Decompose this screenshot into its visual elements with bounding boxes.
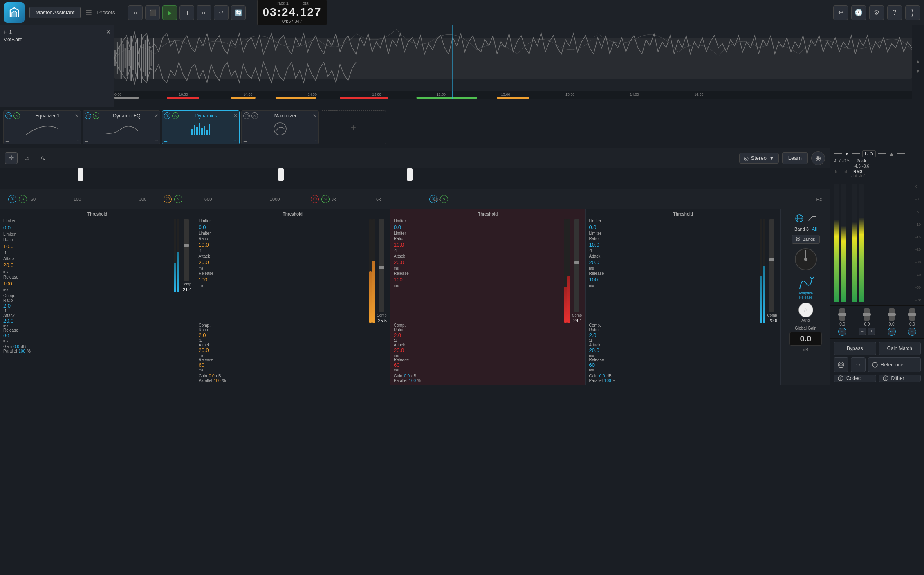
band1-comp-fader[interactable]: [184, 219, 189, 281]
band-all-label[interactable]: All: [812, 227, 817, 231]
band3-comp-fader[interactable]: [574, 219, 579, 312]
bypass-button[interactable]: Bypass: [834, 342, 876, 355]
skip-button[interactable]: ⏭: [197, 5, 211, 20]
stop-button[interactable]: ⬛: [145, 5, 160, 20]
plugin-eq-close[interactable]: ✕: [75, 113, 79, 119]
history-button[interactable]: 🕐: [851, 5, 866, 20]
plugin-max-close[interactable]: ✕: [313, 113, 317, 119]
plugin-max-dots-icon[interactable]: ···: [314, 138, 317, 142]
band4-comp-thumb[interactable]: [769, 258, 774, 261]
track-nav-up[interactable]: ▲: [915, 58, 920, 64]
band1-comp-thumb[interactable]: [184, 244, 189, 247]
plugin-eq-menu-icon[interactable]: ☰: [5, 138, 9, 142]
plugin-slot-dynamics[interactable]: ⓘ S Dynamics ✕ ☰ ···: [162, 110, 240, 144]
band1-power[interactable]: ⓘ: [8, 195, 16, 203]
svg-rect-27: [340, 97, 388, 99]
plugin-deq-menu-icon[interactable]: ☰: [85, 138, 88, 142]
reference-button[interactable]: i Reference: [868, 357, 921, 372]
dither-button[interactable]: i Dither: [879, 375, 921, 382]
reference-icon-btn[interactable]: [834, 357, 848, 372]
band1-limiter-label: Limiter: [3, 219, 172, 223]
plugin-slot-maximizer[interactable]: ⓘ S Maximizer ✕ ☰ ···: [241, 110, 319, 144]
reference-arrow-btn[interactable]: ↔: [851, 357, 866, 372]
band2-comp-fader[interactable]: [379, 219, 384, 312]
loop-button[interactable]: ↩: [214, 5, 229, 20]
fader-in-right-slider[interactable]: [864, 308, 870, 321]
plugin-dyn-close[interactable]: ✕: [233, 113, 238, 119]
band2-power[interactable]: ⓘ: [164, 195, 172, 203]
plugin-deq-dots-icon[interactable]: ···: [155, 138, 158, 142]
band1-comp-ratio-value: 2.0: [3, 303, 192, 309]
headphones-button[interactable]: ◉: [811, 151, 825, 165]
track-add-button[interactable]: +: [3, 29, 7, 35]
plugin-dyn-dots-icon[interactable]: ···: [234, 138, 238, 142]
global-gain-knob[interactable]: [794, 247, 818, 272]
codec-button[interactable]: i Codec: [834, 375, 876, 382]
fader-out-left-link[interactable]: ↩: [888, 328, 896, 336]
track-close-button[interactable]: ✕: [106, 29, 111, 35]
plugin-dyn-solo[interactable]: S: [172, 112, 179, 119]
band3-solo[interactable]: S: [321, 195, 330, 203]
plugin-dyn-power[interactable]: ⓘ: [164, 112, 170, 119]
svg-rect-6: [125, 48, 126, 68]
plugin-add-slot[interactable]: +: [321, 110, 386, 144]
svg-text:14:30: 14:30: [694, 92, 703, 97]
plugin-deq-viz: [105, 121, 138, 137]
prev-button[interactable]: ⏮: [128, 5, 143, 20]
stereo-selector[interactable]: ◎ Stereo ▼: [739, 153, 779, 164]
track-nav-down[interactable]: ▼: [915, 68, 920, 74]
plugin-deq-power[interactable]: ⓘ: [85, 112, 91, 119]
fader-out-right-slider[interactable]: [909, 308, 915, 321]
tool-filter[interactable]: ⊿: [21, 152, 34, 164]
band3-comp-thumb[interactable]: [574, 261, 579, 264]
freq-label-6k: 6k: [376, 197, 381, 202]
plugin-max-menu-icon[interactable]: ☰: [243, 138, 247, 142]
band3-power[interactable]: ⓘ: [311, 195, 319, 203]
band4-comp-fader[interactable]: [769, 219, 774, 312]
play-button[interactable]: ▶: [162, 5, 177, 20]
band-handle-2[interactable]: [278, 168, 284, 181]
tool-crosshair[interactable]: ✛: [5, 152, 18, 164]
meter-line-left: [834, 153, 842, 154]
auto-button[interactable]: A: [798, 303, 813, 317]
band2-solo[interactable]: S: [174, 195, 182, 203]
plugin-eq-dots-icon[interactable]: ···: [76, 138, 79, 142]
fader-row: 0.0 ↩ 0.0 − +: [834, 308, 921, 336]
band2-comp-thumb[interactable]: [379, 266, 384, 269]
band1-comp-label: Comp: [182, 282, 191, 286]
undo-button[interactable]: ↩: [833, 5, 848, 20]
bands-container: Threshold Limiter 0.0 Limiter Ratio 10.0…: [0, 209, 830, 385]
cycle-button[interactable]: 🔄: [231, 5, 246, 20]
bands-button[interactable]: ⛓ Bands: [792, 235, 819, 244]
plugin-slot-equalizer[interactable]: ⓘ S Equalizer 1 ✕ ☰ ···: [3, 110, 81, 144]
menu-icon[interactable]: ☰: [85, 8, 92, 17]
fader-in-left-link[interactable]: ↩: [838, 328, 846, 336]
fader-out-right-link[interactable]: ↩: [908, 328, 916, 336]
extra-button[interactable]: ⟩: [905, 5, 920, 20]
plus-button[interactable]: +: [868, 328, 875, 335]
band-handle-1[interactable]: [78, 168, 83, 181]
plugin-dyn-menu-icon[interactable]: ☰: [164, 138, 168, 142]
band4-solo[interactable]: S: [440, 195, 448, 203]
master-assistant-button[interactable]: Master Assistant: [29, 7, 81, 18]
plugin-eq-solo[interactable]: S: [13, 112, 20, 119]
learn-button[interactable]: Learn: [782, 152, 808, 164]
settings-button[interactable]: ⚙: [869, 5, 884, 20]
help-button[interactable]: ?: [887, 5, 902, 20]
band-handle-3[interactable]: [407, 168, 413, 181]
fader-out-left-slider[interactable]: [889, 308, 895, 321]
plugin-deq-close[interactable]: ✕: [154, 113, 158, 119]
gain-match-button[interactable]: Gain Match: [879, 342, 921, 355]
pause-button[interactable]: ⏸: [179, 5, 194, 20]
tool-wave[interactable]: ∿: [37, 152, 49, 164]
plugin-max-power[interactable]: ⓘ: [243, 112, 250, 119]
freq-label-600: 600: [204, 197, 212, 202]
scale-20: -20: [915, 247, 921, 252]
minus-button[interactable]: −: [859, 328, 866, 335]
plugin-deq-solo[interactable]: S: [93, 112, 99, 119]
plugin-slot-dynamic-eq[interactable]: ⓘ S Dynamic EQ ✕ ☰ ···: [83, 110, 160, 144]
plugin-max-solo[interactable]: S: [251, 112, 258, 119]
fader-in-left-slider[interactable]: [839, 308, 845, 321]
band1-solo[interactable]: S: [19, 195, 27, 203]
plugin-eq-power[interactable]: ⓘ: [5, 112, 12, 119]
